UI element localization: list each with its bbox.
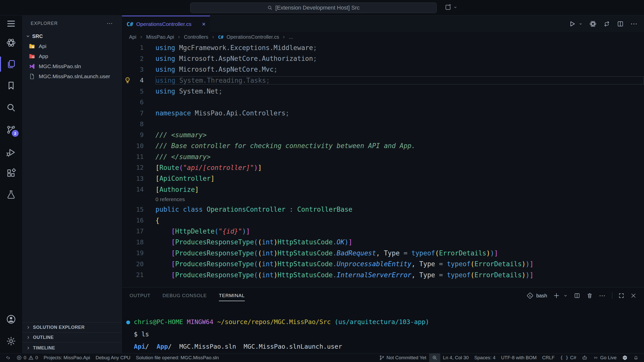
debug-icon[interactable] <box>0 147 22 158</box>
terminal-line-3: Api/ App/ MGC.MissPao.sln MGC.MissPao.sl… <box>126 340 644 353</box>
status-go-live[interactable]: Go Live <box>590 353 619 362</box>
code-line-5[interactable]: 5using System.Net; <box>122 86 644 97</box>
openai-icon[interactable] <box>0 37 22 48</box>
code-line-19[interactable]: 19 [ProducesResponseType((int)HttpStatus… <box>122 248 644 258</box>
panel-tab-terminal[interactable]: TERMINAL <box>219 288 245 304</box>
line-number: 17 <box>130 228 144 235</box>
section-solution-explorer[interactable]: SOLUTION EXPLORER <box>22 322 122 332</box>
close-icon[interactable]: × <box>202 21 206 28</box>
line-number: 16 <box>130 217 144 224</box>
chevron-down-icon <box>26 34 30 38</box>
terminal[interactable]: ● chris@PC-HOME MINGW64 ~/source/repos/M… <box>122 304 644 353</box>
code-line-3[interactable]: 3using Microsoft.AspNetCore.Mvc; <box>122 64 644 75</box>
status-crlf[interactable]: CRLF <box>539 353 557 362</box>
tab-operationscontroller[interactable]: C# OperationsController.cs × <box>122 16 210 32</box>
run-dropdown[interactable] <box>579 22 583 26</box>
menu-icon[interactable] <box>0 18 22 29</box>
customize-layout-button[interactable] <box>444 4 457 11</box>
code-line-13[interactable]: 13[ApiController] <box>122 173 644 184</box>
lightbulb-icon[interactable] <box>124 77 131 84</box>
tree-item-app[interactable]: App <box>22 51 122 61</box>
status-ln-4-col-30[interactable]: Ln 4, Col 30 <box>440 353 471 362</box>
terminal-more-actions[interactable]: ⋯ <box>599 292 606 300</box>
code-line-21[interactable]: 21 [ProducesResponseType((int)HttpStatus… <box>122 269 644 280</box>
breadcrumb-item[interactable]: MissPao.Api <box>146 34 174 40</box>
code-line-12[interactable]: 12[Route("api/[controller]")] <box>122 162 644 173</box>
beaker-icon[interactable] <box>0 189 22 200</box>
code-line-20[interactable]: 20 [ProducesResponseType((int)HttpStatus… <box>122 258 644 269</box>
zoom-in-icon[interactable] <box>429 353 440 362</box>
status-not-committed-yet[interactable]: Not Committed Yet <box>376 353 429 362</box>
panel-tab-debug-console[interactable]: DEBUG CONSOLE <box>163 288 207 304</box>
split-terminal-button[interactable] <box>574 292 580 299</box>
status-c#[interactable]: { }C# <box>557 353 579 362</box>
breadcrumb-item-file[interactable]: OperationsController.cs <box>226 34 279 40</box>
codelens[interactable]: 0 references <box>122 195 644 204</box>
status-utf-8-with-bom[interactable]: UTF-8 with BOM <box>498 353 539 362</box>
files-icon[interactable] <box>0 59 22 70</box>
openai-action[interactable] <box>589 20 597 28</box>
bash-icon <box>527 292 533 299</box>
divider <box>612 292 612 299</box>
code-line-10[interactable]: 10/// Base controller for checking conne… <box>122 141 644 151</box>
section-timeline[interactable]: TIMELINE <box>22 342 122 353</box>
status-solution-file-opened-mgc-misspao-sln[interactable]: Solution file opened: MGC.MissPao.sln <box>133 353 222 362</box>
bookmark-icon[interactable] <box>0 80 22 91</box>
code-line-15[interactable]: 15public class OperationsController : Co… <box>122 204 644 215</box>
line-number: 3 <box>130 66 144 73</box>
source-control-icon[interactable]: 2 <box>0 124 22 135</box>
code-line-6[interactable]: 6 <box>122 97 644 108</box>
breadcrumb-tail[interactable]: ... <box>289 34 293 40</box>
code-line-18[interactable]: 18 [ProducesResponseType((int)HttpStatus… <box>122 237 644 248</box>
tree-root-src[interactable]: SRC <box>22 31 122 41</box>
tree-item-mgc-misspao-slnlaunch-user[interactable]: MGC.MissPao.slnLaunch.user <box>22 71 122 81</box>
section-outline[interactable]: OUTLINE <box>22 332 122 342</box>
more-actions[interactable]: ⋯ <box>630 20 638 28</box>
chevron-right-icon <box>282 35 286 39</box>
code-line-7[interactable]: 7namespace MissPao.Api.Controllers; <box>122 108 644 118</box>
bell-icon[interactable] <box>630 353 641 362</box>
search-icon[interactable] <box>0 102 22 113</box>
code-editor[interactable]: 1using MgcFramework.Exceptions.Middlewar… <box>122 42 644 287</box>
close-panel-button[interactable] <box>630 293 636 299</box>
breadcrumb-item[interactable]: Controllers <box>184 34 208 40</box>
line-number: 2 <box>130 55 144 62</box>
code-line-2[interactable]: 2using Microsoft.AspNetCore.Authorizatio… <box>122 53 644 64</box>
tree-item-api[interactable]: Api <box>22 41 122 51</box>
code-line-11[interactable]: 11/// </summary> <box>122 151 644 162</box>
status-0[interactable]: 00 <box>14 353 41 362</box>
code-line-1[interactable]: 1using MgcFramework.Exceptions.Middlewar… <box>122 42 644 53</box>
kill-terminal-button[interactable] <box>586 292 593 299</box>
code-line-16[interactable]: 16{ <box>122 215 644 226</box>
run-button[interactable] <box>569 20 576 28</box>
extensions-icon[interactable] <box>0 168 22 179</box>
new-terminal-button[interactable] <box>553 292 560 299</box>
csharp-badge-icon[interactable]: C# <box>619 353 630 362</box>
error-icon <box>16 355 22 360</box>
terminal-dropdown[interactable] <box>563 293 568 298</box>
chevron-right-icon <box>139 35 143 39</box>
status-projects-misspao-api[interactable]: Projects: MissPao.Api <box>41 353 93 362</box>
panel-tab-output[interactable]: OUTPUT <box>130 288 150 304</box>
terminal-shell-label[interactable]: bash <box>536 293 547 299</box>
gear-icon[interactable] <box>0 336 22 347</box>
breadcrumb: ApiMissPao.ApiControllersC#OperationsCon… <box>122 32 644 42</box>
remote-icon[interactable] <box>3 353 14 362</box>
account-icon[interactable] <box>0 314 22 325</box>
status-spaces-4[interactable]: Spaces: 4 <box>471 353 498 362</box>
maximize-panel-button[interactable] <box>618 293 624 299</box>
code-line-9[interactable]: 9/// <summary> <box>122 129 644 140</box>
breadcrumb-item[interactable]: Api <box>129 34 136 40</box>
command-center-search[interactable]: [Extension Development Host] Src <box>190 3 437 13</box>
status-debug-any-cpu[interactable]: Debug Any CPU <box>93 353 133 362</box>
code-line-4[interactable]: 4using System.Threading.Tasks; <box>122 75 644 86</box>
explorer-more-actions[interactable]: ⋯ <box>107 20 113 27</box>
sync-action[interactable] <box>603 20 610 27</box>
copilot-icon[interactable] <box>579 353 590 362</box>
code-line-17[interactable]: 17 [HttpDelete("{id}")] <box>122 226 644 237</box>
tree-item-mgc-misspao-sln[interactable]: MGC.MissPao.sln <box>22 61 122 71</box>
tree-item-label: Api <box>39 43 46 49</box>
code-line-14[interactable]: 14[Authorize] <box>122 184 644 195</box>
code-line-8[interactable]: 8 <box>122 119 644 129</box>
split-editor-action[interactable] <box>617 20 624 27</box>
